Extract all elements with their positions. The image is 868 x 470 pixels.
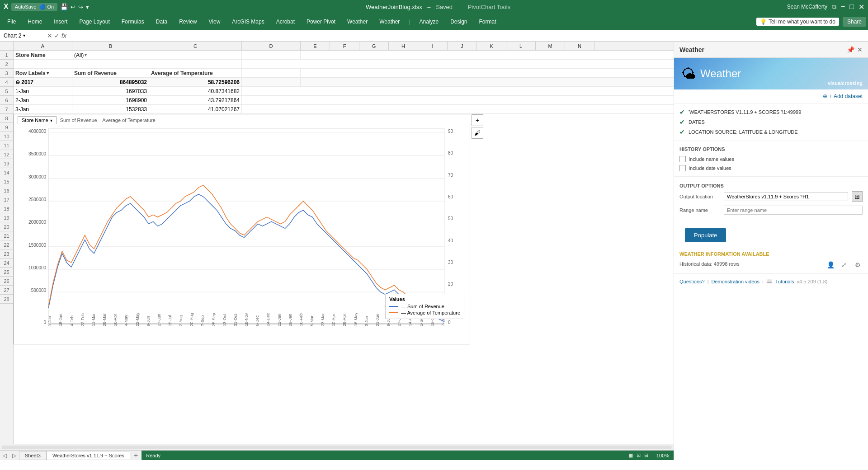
row-num-23[interactable]: 23 xyxy=(0,249,13,258)
row-num-6[interactable]: 6 xyxy=(0,96,13,105)
scrollbar-track[interactable] xyxy=(2,446,672,449)
formula-fx[interactable]: fx xyxy=(61,32,66,39)
normal-view-icon[interactable]: ▦ xyxy=(628,452,633,458)
ribbon-tab-home[interactable]: Home xyxy=(22,16,47,28)
demo-link[interactable]: Demonstration videos xyxy=(712,279,760,284)
ribbon-tab-analyze[interactable]: Analyze xyxy=(414,16,444,28)
scroll-right-icon[interactable]: ▷ xyxy=(9,452,19,459)
close-button[interactable]: ✕ xyxy=(859,3,864,11)
redo-icon[interactable]: ↪ xyxy=(78,4,83,10)
cell-b6[interactable]: 1698900 xyxy=(72,96,149,104)
minimize-button[interactable]: − xyxy=(841,3,845,11)
dataset-label-1[interactable]: 'WEATHERSTORES V1.11.9 + SCORES '!1:4999… xyxy=(689,109,801,115)
include-name-checkbox[interactable] xyxy=(679,156,686,162)
row-num-19[interactable]: 19 xyxy=(0,213,13,222)
ribbon-tab-data[interactable]: Data xyxy=(151,16,173,28)
row-num-22[interactable]: 22 xyxy=(0,240,13,249)
add-dataset-button[interactable]: ⊕ + Add dataset xyxy=(823,93,863,99)
ribbon-tab-design[interactable]: Design xyxy=(445,16,472,28)
col-header-j[interactable]: J xyxy=(448,42,477,50)
customize-icon[interactable]: ▾ xyxy=(86,4,89,10)
ribbon-tab-view[interactable]: View xyxy=(203,16,226,28)
settings-icon-button[interactable]: ⚙ xyxy=(853,260,863,270)
ribbon-tab-file[interactable]: File xyxy=(2,16,21,28)
dataset-label-2[interactable]: DATES xyxy=(689,119,705,125)
row-num-9[interactable]: 9 xyxy=(0,123,13,132)
cell-c7[interactable]: 41.07021267 xyxy=(149,105,242,113)
restore-icon[interactable]: ⧉ xyxy=(832,3,836,11)
export-icon-button[interactable]: ⤢ xyxy=(839,260,849,270)
ribbon-tab-pagelayout[interactable]: Page Layout xyxy=(74,16,115,28)
col-header-n[interactable]: N xyxy=(565,42,594,50)
row-num-18[interactable]: 18 xyxy=(0,204,13,213)
col-header-i[interactable]: I xyxy=(418,42,448,50)
cell-a2[interactable] xyxy=(14,60,72,68)
maximize-button[interactable]: □ xyxy=(849,3,854,11)
chart-styles-button[interactable]: 🖌 xyxy=(472,127,483,139)
col-header-h[interactable]: H xyxy=(389,42,418,50)
chart-container[interactable]: Store Name ▾ Sum of Revenue Average of T… xyxy=(14,114,470,344)
row-num-20[interactable]: 20 xyxy=(0,222,13,231)
cell-a3[interactable]: Row Labels ▾ xyxy=(14,69,72,77)
share-button[interactable]: Share xyxy=(843,17,866,27)
row-num-12[interactable]: 12 xyxy=(0,150,13,159)
row-num-14[interactable]: 14 xyxy=(0,168,13,177)
populate-button[interactable]: Populate xyxy=(685,228,726,242)
col-header-g[interactable]: G xyxy=(359,42,389,50)
col-header-l[interactable]: L xyxy=(506,42,536,50)
col-header-d[interactable]: D xyxy=(242,42,301,50)
horizontal-scrollbar[interactable] xyxy=(0,444,674,450)
row-num-7[interactable]: 7 xyxy=(0,105,13,114)
row-num-17[interactable]: 17 xyxy=(0,195,13,204)
panel-pin-button[interactable]: 📌 xyxy=(847,46,854,53)
cell-b7[interactable]: 1532833 xyxy=(72,105,149,113)
col-header-e[interactable]: E xyxy=(301,42,330,50)
scroll-left-icon[interactable]: ◁ xyxy=(0,452,9,459)
cell-c5[interactable]: 40.87341682 xyxy=(149,87,242,95)
col-header-a[interactable]: A xyxy=(14,42,72,50)
row-num-11[interactable]: 11 xyxy=(0,141,13,150)
dataset-label-3[interactable]: LOCATION SOURCE: LATITUDE & LONGITUDE xyxy=(689,129,798,135)
row-num-28[interactable]: 28 xyxy=(0,295,13,304)
output-location-input[interactable] xyxy=(724,192,848,201)
cell-c2[interactable] xyxy=(149,60,242,68)
cell-b5[interactable]: 1697033 xyxy=(72,87,149,95)
ribbon-tab-weather1[interactable]: Weather xyxy=(342,16,373,28)
include-date-checkbox[interactable] xyxy=(679,165,686,171)
store-name-dropdown[interactable]: ▾ xyxy=(85,52,87,57)
row-num-24[interactable]: 24 xyxy=(0,258,13,268)
row-num-10[interactable]: 10 xyxy=(0,132,13,141)
cell-b1[interactable]: (All) ▾ xyxy=(72,51,149,59)
row-num-26[interactable]: 26 xyxy=(0,277,13,286)
name-box[interactable]: Chart 2 ▾ xyxy=(0,30,45,41)
row-num-16[interactable]: 16 xyxy=(0,186,13,195)
cell-a6[interactable]: 2-Jan xyxy=(14,96,72,104)
ribbon-tab-powerpivot[interactable]: Power Pivot xyxy=(301,16,341,28)
sheet-tab-sheet3[interactable]: Sheet3 xyxy=(19,451,47,460)
tell-me-search[interactable]: 💡 Tell me what you want to do xyxy=(756,18,839,26)
range-name-input[interactable] xyxy=(724,206,863,215)
cell-c1[interactable] xyxy=(149,51,242,59)
ribbon-tab-format[interactable]: Format xyxy=(474,16,502,28)
cell-c3[interactable]: Average of Temperature xyxy=(149,69,242,77)
row-num-2[interactable]: 2 xyxy=(0,60,13,69)
col-header-k[interactable]: K xyxy=(477,42,506,50)
chart-filter-button[interactable]: Store Name ▾ xyxy=(18,116,57,124)
cell-d1[interactable] xyxy=(242,51,301,59)
ribbon-tab-weather2[interactable]: Weather xyxy=(374,16,405,28)
chart-elements-button[interactable]: + xyxy=(472,114,483,126)
cell-a5[interactable]: 1-Jan xyxy=(14,87,72,95)
row-num-13[interactable]: 13 xyxy=(0,159,13,168)
undo-icon[interactable]: ↩ xyxy=(71,4,75,10)
cell-b2[interactable] xyxy=(72,60,149,68)
col-header-b[interactable]: B xyxy=(72,42,149,50)
row-num-3[interactable]: 3 xyxy=(0,69,13,78)
row-num-21[interactable]: 21 xyxy=(0,231,13,240)
grid-select-button[interactable]: ⊞ xyxy=(852,191,863,202)
col-header-f[interactable]: F xyxy=(330,42,359,50)
col-header-c[interactable]: C xyxy=(149,42,242,50)
col-header-m[interactable]: M xyxy=(536,42,565,50)
cell-c6[interactable]: 43.79217864 xyxy=(149,96,242,104)
cell-a7[interactable]: 3-Jan xyxy=(14,105,72,113)
ribbon-tab-insert[interactable]: Insert xyxy=(48,16,73,28)
